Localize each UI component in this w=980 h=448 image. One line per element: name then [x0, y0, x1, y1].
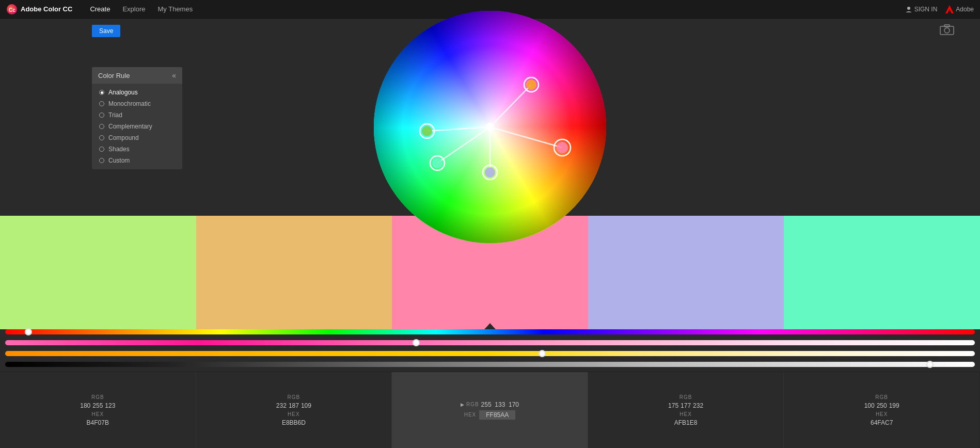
rule-monochromatic[interactable]: Monochromatic — [92, 98, 182, 109]
radio-compound — [99, 135, 104, 140]
sat-slider-row — [5, 340, 975, 346]
sliders-area — [4, 325, 976, 372]
nav-my-themes[interactable]: My Themes — [156, 4, 195, 14]
hex-label-2: HEX — [288, 411, 300, 417]
logo-area: Cc Adobe Color CC — [6, 4, 72, 15]
hex-label-4: HEX — [679, 411, 692, 417]
svg-rect-6 — [944, 25, 950, 27]
color-rule-header: Color Rule « — [92, 67, 182, 84]
wheel-handles-svg — [371, 8, 609, 246]
hex-input-3[interactable] — [479, 410, 515, 420]
rule-triad[interactable]: Triad — [92, 109, 182, 121]
rule-complementary[interactable]: Complementary — [92, 121, 182, 132]
bright-slider-thumb[interactable] — [539, 350, 546, 357]
svg-line-20 — [437, 127, 490, 163]
svg-text:Cc: Cc — [9, 7, 15, 13]
color-rule-title: Color Rule — [98, 72, 130, 79]
hex-value-5: 64FAC7 — [871, 419, 893, 426]
camera-icon[interactable] — [940, 24, 954, 38]
main-area: Save Color Rule « Analogous Monochromati… — [0, 19, 980, 448]
rgb-values-5: 100 250 199 — [864, 402, 899, 409]
swatch-2[interactable] — [196, 216, 392, 329]
sat-slider-thumb[interactable] — [413, 339, 420, 346]
val-slider-row — [5, 361, 975, 367]
rgb-values-4: 175 177 232 — [668, 402, 703, 409]
rgb-values-2: 232 187 109 — [276, 402, 311, 409]
hex-label-3: HEX — [464, 412, 477, 418]
radio-custom — [99, 158, 104, 163]
svg-line-14 — [427, 127, 490, 131]
rule-shades[interactable]: Shades — [92, 143, 182, 155]
hex-label-5: HEX — [876, 411, 888, 417]
hex-value-1: B4F07B — [87, 419, 109, 426]
color-wheel-container[interactable] — [371, 8, 609, 246]
sign-in-button[interactable]: SIGN IN — [905, 6, 938, 13]
color-info-1[interactable]: RGB 180 255 123 HEX B4F07B — [0, 372, 196, 448]
header-right: SIGN IN Adobe — [905, 5, 974, 13]
color-rule-list: Analogous Monochromatic Triad Complement… — [92, 84, 182, 169]
rgb-label-3: RGB — [466, 402, 479, 407]
radio-complementary — [99, 124, 104, 129]
rgb-label-5: RGB — [875, 394, 888, 400]
color-info-2[interactable]: RGB 232 187 109 HEX E8BB6D — [196, 372, 392, 448]
svg-point-5 — [944, 28, 950, 33]
nav-create[interactable]: Create — [88, 4, 112, 14]
adobe-icon — [945, 5, 954, 13]
svg-point-2 — [907, 7, 910, 10]
rule-custom[interactable]: Custom — [92, 155, 182, 166]
hue-slider-thumb[interactable] — [25, 328, 32, 335]
radio-shades — [99, 147, 104, 152]
val-slider-track[interactable] — [5, 362, 975, 367]
hex-value-2: E8BB6D — [282, 419, 306, 426]
rgb-values-1: 180 255 123 — [80, 402, 115, 409]
swatch-1[interactable] — [0, 216, 196, 329]
swatch-5[interactable] — [784, 216, 980, 329]
hue-slider-track[interactable] — [5, 329, 975, 334]
radio-triad — [99, 113, 104, 118]
hex-label-1: HEX — [92, 411, 104, 417]
user-icon — [905, 6, 912, 13]
sat-slider-track[interactable] — [5, 340, 975, 345]
rgb-values-3: 255 133 170 — [481, 401, 519, 408]
svg-point-25 — [485, 167, 495, 178]
save-button[interactable]: Save — [92, 25, 120, 37]
hue-slider-row — [5, 329, 975, 335]
bright-slider-track[interactable] — [5, 351, 975, 356]
adobe-brand: Adobe — [945, 5, 974, 13]
app-name: Adobe Color CC — [21, 5, 72, 13]
color-rule-panel: Color Rule « Analogous Monochromatic Tri… — [92, 67, 182, 169]
bright-slider-row — [5, 350, 975, 357]
camera-svg — [940, 24, 954, 35]
svg-line-17 — [490, 127, 562, 148]
svg-point-19 — [557, 142, 568, 153]
color-info-3[interactable]: ▶ RGB 255 133 170 HEX — [392, 372, 588, 448]
adobe-logo-icon: Cc — [6, 4, 18, 15]
rgb-label-1: RGB — [91, 394, 104, 400]
color-info-area: RGB 180 255 123 HEX B4F07B RGB 232 187 1… — [0, 372, 980, 448]
rgb-label-4: RGB — [679, 394, 692, 400]
hex-value-4: AFB1E8 — [674, 419, 698, 426]
svg-point-13 — [526, 79, 536, 90]
radio-monochromatic — [99, 101, 104, 106]
svg-point-22 — [432, 158, 442, 168]
nav-explore[interactable]: Explore — [120, 4, 147, 14]
svg-marker-3 — [945, 5, 954, 13]
svg-point-16 — [422, 126, 432, 136]
radio-analogous — [99, 90, 104, 95]
rule-analogous[interactable]: Analogous — [92, 87, 182, 98]
rgb-label-2: RGB — [288, 394, 301, 400]
color-info-4[interactable]: RGB 175 177 232 HEX AFB1E8 — [588, 372, 784, 448]
val-slider-thumb[interactable] — [926, 361, 934, 368]
collapse-icon[interactable]: « — [172, 71, 176, 79]
play-icon: ▶ — [461, 402, 464, 407]
svg-line-11 — [490, 85, 531, 127]
color-info-5[interactable]: RGB 100 250 199 HEX 64FAC7 — [784, 372, 980, 448]
rule-compound[interactable]: Compound — [92, 132, 182, 143]
swatch-4[interactable] — [588, 216, 784, 329]
nav-links: Create Explore My Themes — [88, 4, 195, 14]
